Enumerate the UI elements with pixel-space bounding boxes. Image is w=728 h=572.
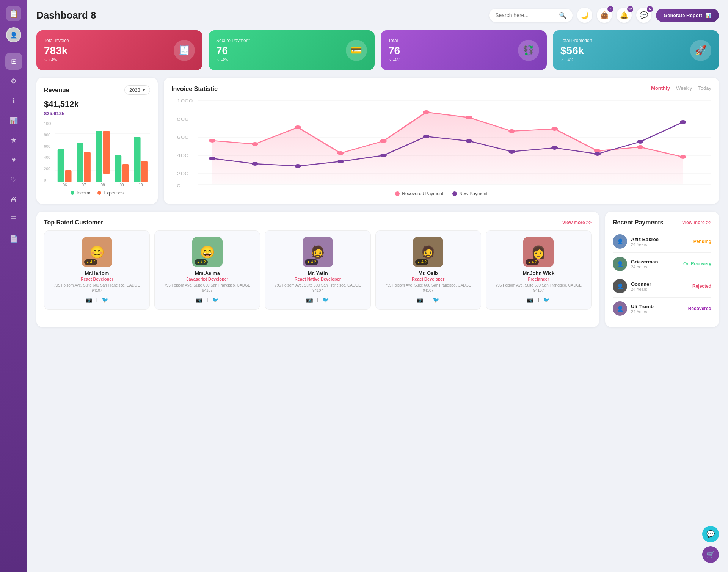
svg-point-34 <box>423 110 429 114</box>
facebook-icon-1[interactable]: f <box>207 296 208 303</box>
tab-today[interactable]: Today <box>698 85 711 92</box>
sidebar-item-star[interactable]: ★ <box>5 132 22 149</box>
instagram-icon-3[interactable]: 📷 <box>416 296 424 303</box>
search-icon: 🔍 <box>559 12 566 19</box>
payments-view-more[interactable]: View more >> <box>682 220 711 225</box>
sidebar-item-list[interactable]: ☰ <box>5 211 22 227</box>
revenue-amount: $41,512k <box>44 99 150 109</box>
customer-avatar-0: 😊 ★ 4.2 <box>82 237 112 267</box>
search-input[interactable] <box>495 12 556 18</box>
customer-addr-0: 795 Folsom Ave, Suite 600 San Francisco,… <box>49 283 145 293</box>
instagram-icon-4[interactable]: 📷 <box>527 296 534 303</box>
bar-label-07: 07 <box>82 183 86 187</box>
stat-change-1: ↘ -4% <box>216 58 250 63</box>
bottom-row: Top Rated Customer View more >> 😊 ★ 4.2 … <box>36 212 719 327</box>
payment-name-0: Aziz Bakree <box>631 237 690 242</box>
search-bar[interactable]: 🔍 <box>489 9 573 22</box>
customer-avatar-3: 🧔 ★ 4.2 <box>413 237 443 267</box>
twitter-icon-4[interactable]: 🐦 <box>543 296 550 303</box>
stat-card-total-promotion[interactable]: Total Promotion $56k ↗ +4% 🚀 <box>553 30 719 70</box>
dark-mode-toggle[interactable]: 🌙 <box>577 8 592 23</box>
sidebar-item-grid[interactable]: ⊞ <box>5 53 22 70</box>
legend-recovered-payment: Recovered Payment <box>395 191 443 196</box>
customers-title: Top Rated Customer <box>44 219 103 226</box>
sidebar-item-heart2[interactable]: ♡ <box>5 171 22 188</box>
expenses-label: Expenses <box>104 190 124 196</box>
generate-report-button[interactable]: Generate Report 📊 <box>656 9 719 22</box>
svg-text:800: 800 <box>177 117 189 121</box>
invoice-tabs: Monthly Weekly Today <box>651 85 711 92</box>
stat-icon-3: 🚀 <box>690 40 711 61</box>
customer-addr-2: 795 Folsom Ave, Suite 600 San Francisco,… <box>270 283 366 293</box>
customer-card-4: 👩 ★ 4.2 Mr.John Wick Freelancer 795 Fols… <box>486 230 592 310</box>
facebook-icon-0[interactable]: f <box>96 296 98 303</box>
stat-card-total[interactable]: Total 76 ↘ -4% 💱 <box>381 30 547 70</box>
bar-label-08: 08 <box>100 183 105 187</box>
customers-grid: 😊 ★ 4.2 Mr.Hariom React Developer 795 Fo… <box>44 230 592 310</box>
income-label: Income <box>77 190 91 196</box>
svg-point-35 <box>466 116 472 119</box>
invoice-title: Invoice Statistic <box>171 86 218 92</box>
stat-card-total-invoice[interactable]: Total invoice 783k ↘ +4% 🧾 <box>36 30 202 70</box>
svg-point-51 <box>637 140 643 144</box>
svg-text:September: September <box>527 188 560 188</box>
payments-title: Recent Payments <box>613 219 663 226</box>
stat-label-2: Total <box>388 38 400 43</box>
stat-icon-0: 🧾 <box>174 40 195 61</box>
revenue-chart-legend: Income Expenses <box>44 190 150 196</box>
instagram-icon-2[interactable]: 📷 <box>306 296 313 303</box>
sidebar-item-heart[interactable]: ♥ <box>5 152 22 168</box>
twitter-icon-3[interactable]: 🐦 <box>433 296 440 303</box>
new-payment-dot <box>452 191 457 196</box>
recent-payments-card: Recent Payments View more >> 👤 Aziz Bakr… <box>605 212 719 327</box>
rating-badge-3: ★ 4.2 <box>415 259 428 265</box>
wallet-badge: 2 <box>607 6 613 12</box>
tab-weekly[interactable]: Weekly <box>676 85 692 92</box>
svg-point-52 <box>680 120 686 124</box>
stat-value-0: 783k <box>44 45 69 57</box>
svg-point-37 <box>551 127 558 131</box>
customers-view-more[interactable]: View more >> <box>562 220 592 225</box>
sidebar-item-info[interactable]: ℹ <box>5 92 22 109</box>
app-logo[interactable]: 📋 <box>6 6 21 21</box>
instagram-icon-1[interactable]: 📷 <box>196 296 203 303</box>
chat-button[interactable]: 💬 5 <box>636 8 651 23</box>
year-select[interactable]: 2023 ▾ <box>124 85 150 95</box>
main-content: Dashboard 8 🔍 🌙 👜 2 🔔 12 💬 5 Generate Re… <box>27 0 728 572</box>
notification-button[interactable]: 🔔 12 <box>617 8 632 23</box>
customer-name-2: Mr. Yatin <box>270 270 366 276</box>
svg-text:400: 400 <box>177 153 189 158</box>
sidebar-item-settings[interactable]: ⚙ <box>5 73 22 89</box>
sidebar-item-print[interactable]: 🖨 <box>5 191 22 208</box>
twitter-icon-2[interactable]: 🐦 <box>322 296 329 303</box>
facebook-icon-2[interactable]: f <box>317 296 318 303</box>
tab-monthly[interactable]: Monthly <box>651 85 670 92</box>
payment-item-0: 👤 Aziz Bakree 24 Years Pending <box>613 230 711 253</box>
customer-card-2: 🧔 ★ 4.2 Mr. Yatin React Native Developer… <box>265 230 370 310</box>
bar-chart-icon: 📊 <box>705 13 711 18</box>
customer-addr-1: 795 Folsom Ave, Suite 600 San Francisco,… <box>159 283 255 293</box>
svg-rect-10 <box>96 131 102 182</box>
svg-point-43 <box>295 164 301 168</box>
twitter-icon-1[interactable]: 🐦 <box>212 296 219 303</box>
instagram-icon-0[interactable]: 📷 <box>85 296 93 303</box>
sidebar-item-chart[interactable]: 📊 <box>5 112 22 129</box>
svg-text:October: October <box>578 188 601 188</box>
twitter-icon-0[interactable]: 🐦 <box>102 296 109 303</box>
invoice-card-header: Invoice Statistic Monthly Weekly Today <box>171 85 711 92</box>
svg-point-39 <box>637 145 643 149</box>
cart-fab[interactable]: 🛒 <box>702 546 719 563</box>
svg-rect-15 <box>141 161 148 182</box>
facebook-icon-4[interactable]: f <box>538 296 539 303</box>
facebook-icon-3[interactable]: f <box>427 296 429 303</box>
svg-text:November: November <box>617 188 648 188</box>
svg-rect-8 <box>77 143 83 182</box>
support-fab[interactable]: 💬 <box>702 526 719 542</box>
user-avatar[interactable]: 👤 <box>6 27 21 42</box>
sidebar-item-doc[interactable]: 📄 <box>5 230 22 247</box>
chat-badge: 5 <box>647 6 653 12</box>
customers-card-header: Top Rated Customer View more >> <box>44 219 592 226</box>
wallet-button[interactable]: 👜 2 <box>597 8 612 23</box>
sidebar: 📋 👤 ⊞ ⚙ ℹ 📊 ★ ♥ ♡ 🖨 ☰ 📄 <box>0 0 27 572</box>
stat-card-secure-payment[interactable]: Secure Payment 76 ↘ -4% 💳 <box>209 30 375 70</box>
